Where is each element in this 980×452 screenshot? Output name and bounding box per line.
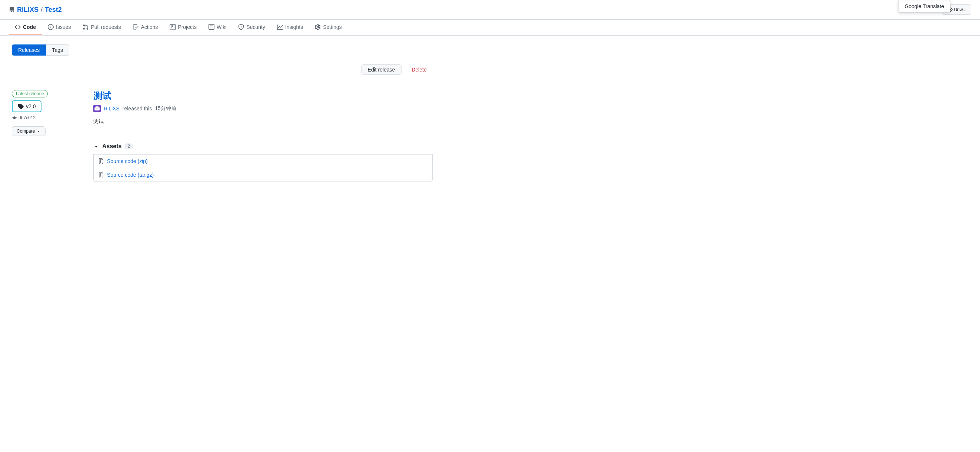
tab-actions-label: Actions — [141, 24, 158, 30]
page-header: RiLiXS / Test2 Unw... — [0, 0, 980, 20]
compare-button[interactable]: Compare — [12, 126, 46, 136]
tab-insights[interactable]: Insights — [271, 20, 309, 35]
latest-release-badge: Latest release — [12, 90, 48, 97]
file-zip-icon — [98, 158, 104, 164]
nav-tabs: Code Issues Pull requests Actions Projec… — [0, 20, 980, 35]
tab-issues[interactable]: Issues — [42, 20, 77, 35]
chevron-down-icon — [93, 143, 99, 149]
tab-pull-requests[interactable]: Pull requests — [77, 20, 127, 35]
delete-button[interactable]: Delete — [406, 64, 433, 75]
bot-icon — [93, 105, 101, 112]
release-title: 测试 — [93, 90, 433, 102]
release-main: 测试 RiLiXS released this 15分钟前 测试 Assets … — [93, 90, 433, 182]
repo-owner: RiLiXS — [17, 6, 38, 14]
commit-icon — [12, 115, 17, 120]
release-meta: RiLiXS released this 15分钟前 — [93, 105, 433, 112]
repo-icon — [9, 7, 15, 13]
tab-settings-label: Settings — [323, 24, 342, 30]
chevron-down-icon — [36, 129, 41, 134]
asset-item-targz: Source code (tar.gz) — [93, 168, 433, 182]
tab-code[interactable]: Code — [9, 20, 42, 35]
file-zip-icon-2 — [98, 172, 104, 178]
action-bar: Edit release Delete — [12, 64, 433, 75]
repo-title-link[interactable]: RiLiXS / Test2 — [9, 6, 62, 14]
assets-count: 2 — [124, 143, 133, 149]
wiki-icon — [208, 24, 215, 30]
tag-icon — [18, 103, 24, 109]
asset-item-zip: Source code (zip) — [93, 154, 433, 168]
tab-actions[interactable]: Actions — [127, 20, 164, 35]
tag-box[interactable]: v2.0 — [12, 100, 41, 112]
insights-icon — [277, 24, 283, 30]
source-code-targz-link[interactable]: Source code (tar.gz) — [107, 172, 154, 178]
code-icon — [15, 24, 21, 30]
commit-ref: db7c012 — [12, 115, 35, 120]
tab-insights-label: Insights — [285, 24, 303, 30]
main-content: Releases Tags Edit release Delete Latest… — [0, 35, 444, 191]
google-translate-popup: Google Translate — [898, 0, 950, 13]
view-toggle: Releases Tags — [12, 45, 433, 56]
tab-pull-requests-label: Pull requests — [91, 24, 121, 30]
release-container: Latest release v2.0 db7c012 Compare 测试 R… — [12, 81, 433, 182]
tab-projects-label: Projects — [178, 24, 197, 30]
tab-security-label: Security — [246, 24, 265, 30]
projects-icon — [170, 24, 175, 30]
release-sidebar: Latest release v2.0 db7c012 Compare — [12, 90, 93, 182]
pull-request-icon — [83, 24, 89, 30]
assets-section: Assets 2 Source code (zip) Source code (… — [93, 143, 433, 182]
settings-icon — [315, 24, 321, 30]
releases-toggle-button[interactable]: Releases — [12, 45, 46, 56]
release-description: 测试 — [93, 118, 433, 134]
tags-toggle-button[interactable]: Tags — [46, 45, 69, 56]
assets-label: Assets — [102, 143, 121, 150]
released-text: released this — [123, 106, 152, 111]
tab-code-label: Code — [23, 24, 36, 30]
edit-release-button[interactable]: Edit release — [361, 64, 401, 75]
release-author[interactable]: RiLiXS — [104, 106, 119, 111]
release-time: 15分钟前 — [155, 105, 176, 112]
tab-security[interactable]: Security — [232, 20, 271, 35]
security-icon — [238, 24, 244, 30]
tab-settings[interactable]: Settings — [309, 20, 348, 35]
tab-wiki-label: Wiki — [217, 24, 226, 30]
issues-icon — [48, 24, 54, 30]
unwatch-label: Unw... — [954, 7, 966, 12]
tag-label: v2.0 — [26, 103, 35, 109]
assets-header[interactable]: Assets 2 — [93, 143, 433, 150]
commit-hash: db7c012 — [19, 115, 35, 120]
separator: / — [41, 6, 43, 14]
repo-name: Test2 — [45, 6, 62, 14]
source-code-zip-link[interactable]: Source code (zip) — [107, 158, 148, 164]
tab-projects[interactable]: Projects — [164, 20, 203, 35]
tab-issues-label: Issues — [56, 24, 71, 30]
actions-icon — [133, 24, 138, 30]
tab-wiki[interactable]: Wiki — [203, 20, 232, 35]
